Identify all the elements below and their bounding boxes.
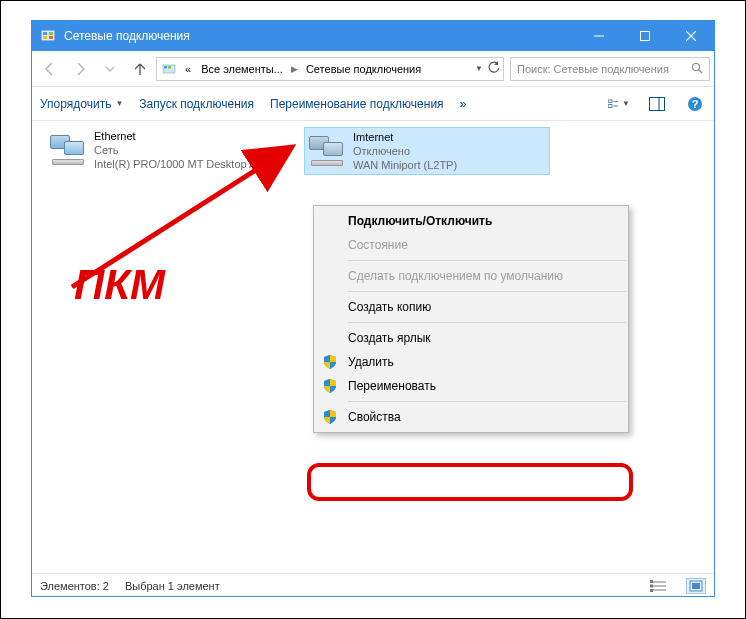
search-icon	[691, 62, 703, 76]
menu-separator	[348, 260, 626, 261]
connection-internet[interactable]: Imternet Отключено WAN Miniport (L2TP)	[304, 127, 550, 175]
status-selected-count: Выбран 1 элемент	[125, 580, 220, 592]
connection-name: Ethernet	[94, 129, 272, 143]
menu-separator	[348, 401, 626, 402]
svg-rect-2	[49, 32, 53, 35]
svg-rect-28	[650, 589, 653, 592]
close-button[interactable]	[668, 21, 714, 51]
ctx-rename[interactable]: Переименовать	[314, 374, 628, 398]
rename-connection-button[interactable]: Переименование подключения	[270, 97, 444, 111]
back-button[interactable]	[36, 55, 64, 83]
preview-pane-button[interactable]	[646, 93, 668, 115]
ctx-create-shortcut[interactable]: Создать ярлык	[314, 326, 628, 350]
context-menu: Подключить/Отключить Состояние Сделать п…	[313, 205, 629, 433]
window-title: Сетевые подключения	[64, 29, 576, 43]
status-item-count: Элементов: 2	[40, 580, 109, 592]
ctx-status: Состояние	[314, 233, 628, 257]
svg-rect-11	[168, 66, 171, 69]
network-adapter-icon	[307, 130, 347, 170]
svg-line-13	[699, 70, 702, 73]
control-panel-icon	[40, 28, 56, 44]
search-input[interactable]: Поиск: Сетевые подключения	[510, 57, 710, 81]
connection-status: Отключено	[353, 144, 457, 158]
svg-rect-30	[692, 583, 700, 589]
ctx-create-copy[interactable]: Создать копию	[314, 295, 628, 319]
details-view-button[interactable]	[648, 578, 668, 594]
recent-dropdown-button[interactable]	[96, 55, 124, 83]
menu-separator	[348, 322, 626, 323]
svg-rect-27	[650, 584, 653, 587]
uac-shield-icon	[322, 378, 338, 394]
minimize-button[interactable]	[576, 21, 622, 51]
ctx-make-default: Сделать подключением по умолчанию	[314, 264, 628, 288]
status-bar: Элементов: 2 Выбран 1 элемент	[32, 573, 714, 597]
toolbar-overflow-button[interactable]: »	[460, 97, 467, 111]
menu-separator	[348, 291, 626, 292]
connection-status: Сеть	[94, 143, 272, 157]
ctx-properties[interactable]: Свойства	[314, 405, 628, 429]
uac-shield-icon	[322, 409, 338, 425]
window-frame: Сетевые подключения « Все элементы... ▶ …	[31, 20, 715, 597]
navigation-bar: « Все элементы... ▶ Сетевые подключения …	[32, 51, 714, 87]
command-toolbar: Упорядочить▼ Запуск подключения Переимен…	[32, 87, 714, 121]
svg-rect-18	[650, 97, 665, 110]
ctx-delete[interactable]: Удалить	[314, 350, 628, 374]
help-button[interactable]: ?	[684, 93, 706, 115]
forward-button[interactable]	[66, 55, 94, 83]
content-area: Ethernet Сеть Intel(R) PRO/1000 MT Deskt…	[32, 121, 714, 573]
address-dropdown-button[interactable]: ▼	[475, 64, 483, 73]
connection-name: Imternet	[353, 130, 457, 144]
titlebar: Сетевые подключения	[32, 21, 714, 51]
svg-rect-3	[43, 36, 47, 39]
network-adapter-icon	[48, 129, 88, 169]
chevron-right-icon[interactable]: ▶	[289, 64, 300, 74]
large-icons-view-button[interactable]	[686, 578, 706, 594]
uac-shield-icon	[322, 354, 338, 370]
search-placeholder: Поиск: Сетевые подключения	[517, 63, 669, 75]
svg-rect-26	[650, 580, 653, 583]
breadcrumb-prefix: «	[181, 63, 195, 75]
breadcrumb-all-items[interactable]: Все элементы...	[197, 63, 287, 75]
svg-point-12	[693, 63, 700, 70]
refresh-button[interactable]	[487, 61, 501, 77]
organize-menu[interactable]: Упорядочить▼	[40, 97, 123, 111]
start-connection-button[interactable]: Запуск подключения	[139, 97, 254, 111]
address-bar[interactable]: « Все элементы... ▶ Сетевые подключения …	[156, 57, 504, 81]
svg-rect-1	[43, 32, 47, 35]
up-button[interactable]	[126, 55, 154, 83]
connection-device: Intel(R) PRO/1000 MT Desktop Ad...	[94, 157, 272, 171]
svg-text:?: ?	[692, 98, 699, 110]
svg-rect-14	[608, 99, 612, 102]
breadcrumb-network-connections[interactable]: Сетевые подключения	[302, 63, 425, 75]
svg-rect-4	[49, 36, 53, 39]
annotation-pkm-label: ПКМ	[74, 261, 165, 309]
connection-device: WAN Miniport (L2TP)	[353, 158, 457, 172]
annotation-highlight-ring	[307, 463, 633, 501]
maximize-button[interactable]	[622, 21, 668, 51]
ctx-connect-disconnect[interactable]: Подключить/Отключить	[314, 209, 628, 233]
svg-rect-10	[164, 66, 167, 69]
folder-location-icon	[161, 61, 177, 77]
connection-ethernet[interactable]: Ethernet Сеть Intel(R) PRO/1000 MT Deskt…	[46, 127, 292, 175]
view-options-button[interactable]: ▼	[608, 93, 630, 115]
svg-rect-15	[608, 104, 612, 107]
svg-rect-6	[641, 32, 650, 41]
